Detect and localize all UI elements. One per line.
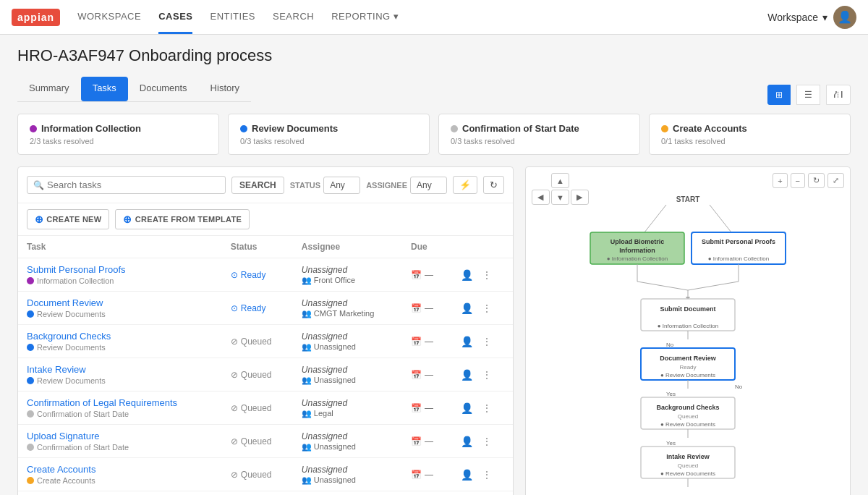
assign-user-button[interactable]: 👤 bbox=[459, 334, 475, 349]
stage-cards: Information Collection 2/3 tasks resolve… bbox=[17, 114, 851, 155]
status-filter-label: STATUS bbox=[290, 181, 320, 190]
row-menu-button[interactable]: ⋮ bbox=[480, 334, 493, 349]
task-name[interactable]: Document Review bbox=[27, 297, 213, 308]
diagram-zoom-controls: + − ↻ ⤢ bbox=[773, 173, 844, 188]
row-menu-button[interactable]: ⋮ bbox=[480, 401, 493, 415]
row-actions: 👤 ⋮ bbox=[459, 268, 504, 282]
svg-text:● Information Collection: ● Information Collection bbox=[708, 255, 769, 262]
task-name[interactable]: Background Checks bbox=[27, 331, 213, 342]
stage-card-information-collection[interactable]: Information Collection 2/3 tasks resolve… bbox=[17, 114, 219, 155]
assignee-filter-select[interactable]: Any bbox=[410, 177, 447, 194]
task-name[interactable]: Submit Personal Proofs bbox=[27, 264, 213, 275]
task-name[interactable]: Create Accounts bbox=[27, 464, 213, 475]
tab-documents[interactable]: Documents bbox=[128, 77, 199, 101]
assign-user-button[interactable]: 👤 bbox=[459, 401, 475, 415]
row-menu-button[interactable]: ⋮ bbox=[480, 368, 493, 382]
calendar-icon: 📅 bbox=[411, 470, 422, 480]
assign-user-button[interactable]: 👤 bbox=[459, 434, 475, 449]
nav-reporting[interactable]: REPORTING ▾ bbox=[331, 1, 399, 34]
due-date: 📅 — bbox=[411, 370, 442, 380]
table-row: Background Checks Review Documents ⊘ Que… bbox=[18, 325, 513, 358]
svg-text:Document Review: Document Review bbox=[660, 355, 717, 362]
view-grid-button[interactable]: ⊞ bbox=[767, 85, 791, 105]
stage-title-create-accounts: Create Accounts bbox=[661, 123, 838, 134]
row-menu-button[interactable]: ⋮ bbox=[480, 268, 493, 282]
nav-workspace[interactable]: WORKSPACE bbox=[77, 1, 141, 34]
diagram-refresh-button[interactable]: ↻ bbox=[808, 173, 825, 188]
assign-user-button[interactable]: 👤 bbox=[459, 368, 475, 382]
diagram-down-button[interactable]: ▼ bbox=[551, 190, 569, 205]
assignee-name: Unassigned bbox=[302, 365, 393, 375]
stage-card-review-documents[interactable]: Review Documents 0/3 tasks resolved bbox=[228, 114, 430, 155]
view-flow-button[interactable]: ⛙ bbox=[826, 85, 851, 105]
tab-history[interactable]: History bbox=[199, 77, 251, 101]
tab-tasks[interactable]: Tasks bbox=[81, 77, 128, 101]
assignee-group: 👥 Front Office bbox=[302, 276, 393, 285]
refresh-button[interactable]: ↻ bbox=[483, 176, 504, 194]
action-buttons: ⊕ CREATE NEW ⊕ CREATE FROM TEMPLATE bbox=[18, 203, 513, 236]
task-stage-label: Create Accounts bbox=[37, 476, 95, 485]
svg-text:No: No bbox=[735, 384, 743, 390]
due-date: 📅 — bbox=[411, 270, 442, 280]
task-stage-dot bbox=[27, 444, 34, 451]
assignee-info: Unassigned 👥 Legal bbox=[302, 398, 393, 418]
workspace-button[interactable]: Workspace ▾ bbox=[767, 12, 827, 23]
due-date: 📅 — bbox=[411, 337, 442, 347]
nav-search[interactable]: SEARCH bbox=[273, 1, 314, 34]
page-content: HRO-A3AF947 Onboarding process Summary T… bbox=[0, 35, 868, 495]
diagram-zoom-in-button[interactable]: + bbox=[773, 173, 787, 188]
task-stage: Confirmation of Start Date bbox=[27, 410, 213, 418]
search-input[interactable] bbox=[47, 179, 219, 190]
create-new-button[interactable]: ⊕ CREATE NEW bbox=[27, 209, 109, 229]
task-table: Task Status Assignee Due Submit Personal… bbox=[18, 236, 513, 495]
stage-card-create-accounts[interactable]: Create Accounts 0/1 tasks resolved bbox=[649, 114, 851, 155]
search-button[interactable]: SEARCH bbox=[231, 177, 284, 194]
col-due: Due bbox=[402, 236, 451, 258]
view-list-button[interactable]: ☰ bbox=[796, 85, 820, 105]
status-filter-select[interactable]: Any bbox=[323, 177, 360, 194]
assign-user-button[interactable]: 👤 bbox=[459, 468, 475, 482]
task-stage: Review Documents bbox=[27, 310, 213, 318]
row-actions: 👤 ⋮ bbox=[459, 401, 504, 415]
task-name[interactable]: Intake Review bbox=[27, 364, 213, 375]
search-bar: 🔍 SEARCH STATUS Any ASSIGNEE Any ⚡ bbox=[18, 167, 513, 203]
diagram-fullscreen-button[interactable]: ⤢ bbox=[827, 173, 844, 188]
svg-text:Yes: Yes bbox=[666, 440, 676, 447]
diagram-right-button[interactable]: ▶ bbox=[571, 190, 589, 205]
group-icon: 👥 bbox=[302, 376, 312, 385]
stage-card-confirmation-start-date[interactable]: Confirmation of Start Date 0/3 tasks res… bbox=[438, 114, 640, 155]
nav-entities[interactable]: ENTITIES bbox=[210, 1, 255, 34]
diagram-zoom-out-button[interactable]: − bbox=[791, 173, 805, 188]
nav-cases[interactable]: CASES bbox=[158, 1, 192, 34]
create-template-label: CREATE FROM TEMPLATE bbox=[135, 215, 242, 224]
search-icon: 🔍 bbox=[33, 180, 44, 190]
status-queued: ⊘ Queued bbox=[231, 403, 284, 413]
svg-line-9 bbox=[637, 282, 688, 290]
tab-summary[interactable]: Summary bbox=[17, 77, 81, 101]
task-name[interactable]: Upload Signature bbox=[27, 431, 213, 441]
task-stage-dot bbox=[27, 277, 34, 284]
row-menu-button[interactable]: ⋮ bbox=[480, 301, 493, 316]
task-stage-dot bbox=[27, 310, 34, 318]
row-menu-button[interactable]: ⋮ bbox=[480, 468, 493, 482]
user-avatar[interactable]: 👤 bbox=[833, 6, 856, 29]
svg-text:Upload Biometric: Upload Biometric bbox=[610, 238, 665, 245]
assign-user-button[interactable]: 👤 bbox=[459, 268, 475, 282]
row-actions: 👤 ⋮ bbox=[459, 334, 504, 349]
diagram-left-button[interactable]: ◀ bbox=[532, 190, 550, 205]
task-stage: Information Collection bbox=[27, 276, 213, 285]
assignee-info: Unassigned 👥 Front Office bbox=[302, 265, 393, 285]
row-menu-button[interactable]: ⋮ bbox=[480, 434, 493, 449]
create-from-template-button[interactable]: ⊕ CREATE FROM TEMPLATE bbox=[115, 209, 250, 229]
stage-dot-review-documents bbox=[240, 125, 247, 132]
app-logo[interactable]: appian bbox=[12, 9, 60, 26]
task-name[interactable]: Confirmation of Legal Requirements bbox=[27, 397, 213, 408]
queued-icon: ⊘ bbox=[231, 337, 238, 347]
assignee-name: Unassigned bbox=[302, 431, 393, 441]
diagram-up-button[interactable]: ▲ bbox=[551, 173, 569, 188]
assignee-filter-group: ASSIGNEE Any bbox=[366, 177, 447, 194]
svg-line-2 bbox=[710, 205, 731, 232]
svg-text:Submit Document: Submit Document bbox=[660, 305, 715, 313]
filter-button[interactable]: ⚡ bbox=[453, 176, 477, 194]
assign-user-button[interactable]: 👤 bbox=[459, 301, 475, 316]
